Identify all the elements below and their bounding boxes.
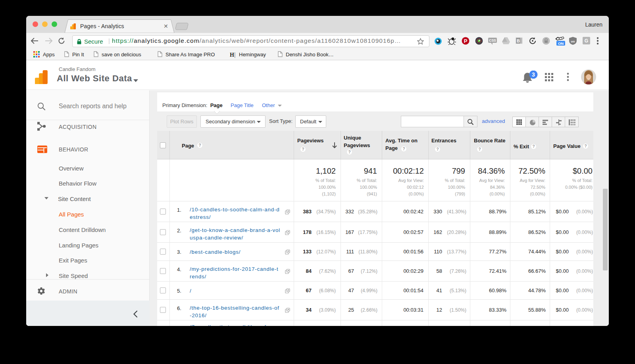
- svg-text:P: P: [464, 38, 468, 44]
- svg-text:ON: ON: [558, 41, 564, 46]
- svg-text:B: B: [517, 38, 520, 43]
- svg-text:uo: uo: [571, 40, 575, 43]
- svg-text:3: 3: [532, 71, 535, 78]
- svg-text:CSS: CSS: [489, 38, 496, 42]
- svg-text:G: G: [585, 38, 588, 44]
